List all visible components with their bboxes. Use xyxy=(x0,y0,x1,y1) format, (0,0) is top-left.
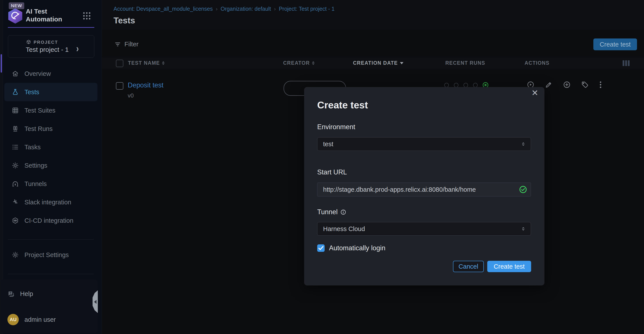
user-menu[interactable]: AU admin user xyxy=(8,314,56,325)
page-header: Account: Devspace_all_module_licenses › … xyxy=(102,0,644,30)
app-title: AI Test Automation xyxy=(26,8,62,23)
sidebar-item-tasks[interactable]: Tasks xyxy=(4,138,97,156)
home-icon xyxy=(12,70,19,77)
environment-label: Environment xyxy=(317,123,355,131)
select-all-checkbox[interactable] xyxy=(116,60,123,67)
help-label: Help xyxy=(20,290,33,297)
app-title-line2: Automation xyxy=(26,15,62,23)
column-header-creator[interactable]: CREATOR xyxy=(283,58,314,69)
filter-icon xyxy=(114,41,121,48)
sidebar-item-label: Settings xyxy=(24,162,47,169)
run-dot-empty[interactable] xyxy=(473,83,478,87)
sidebar-item-label: Slack integration xyxy=(24,199,71,206)
sidebar-item-settings[interactable]: Settings xyxy=(4,156,97,175)
test-version: v0 xyxy=(128,92,134,99)
project-selector[interactable]: PROJECT Test project - 1 › xyxy=(8,35,94,58)
sort-icon xyxy=(312,61,314,65)
help-button[interactable]: ? Help xyxy=(8,290,33,297)
start-url-label: Start URL xyxy=(317,168,347,176)
breadcrumb: Account: Devspace_all_module_licenses › … xyxy=(114,6,334,12)
auto-login-checkbox[interactable] xyxy=(317,244,324,252)
run-dot-empty[interactable] xyxy=(444,83,449,87)
more-menu-icon[interactable] xyxy=(599,81,602,89)
close-icon[interactable]: ✕ xyxy=(531,89,538,97)
edit-icon[interactable] xyxy=(545,81,552,89)
filter-button[interactable]: Filter xyxy=(114,41,138,48)
user-name: admin user xyxy=(24,316,56,323)
sidebar-item-project-settings[interactable]: Project Settings xyxy=(4,246,97,264)
info-icon[interactable] xyxy=(340,209,346,215)
column-label: CREATOR xyxy=(283,60,310,66)
sidebar-divider xyxy=(8,239,94,240)
sidebar-item-test-suites[interactable]: Test Suites xyxy=(4,101,97,120)
sidebar-item-label: Overview xyxy=(24,70,51,77)
help-chat-icon: ? xyxy=(8,290,14,297)
cancel-button[interactable]: Cancel xyxy=(453,261,484,272)
environment-value: test xyxy=(323,140,333,148)
tunnel-label-text: Tunnel xyxy=(317,208,338,216)
breadcrumb-separator: › xyxy=(274,6,276,12)
column-header-creation-date[interactable]: CREATION DATE xyxy=(353,58,404,69)
row-checkbox[interactable] xyxy=(116,82,123,90)
create-test-button-toolbar[interactable]: Create test xyxy=(593,39,637,50)
column-header-test-name[interactable]: TEST NAME xyxy=(128,58,164,69)
create-test-submit-button[interactable]: Create test xyxy=(487,261,531,272)
column-label: CREATION DATE xyxy=(353,60,398,66)
tunnel-select[interactable]: Harness Cloud xyxy=(317,222,531,236)
column-label: ACTIONS xyxy=(524,60,550,66)
rail-scroll-thumb[interactable] xyxy=(1,54,2,73)
column-label: TEST NAME xyxy=(128,60,160,66)
tunnel-value: Harness Cloud xyxy=(323,225,365,233)
list-icon xyxy=(12,144,19,151)
auto-login-label: Automatically login xyxy=(329,244,385,252)
sidebar-item-label: CI-CD integration xyxy=(24,217,73,224)
select-chevrons-icon xyxy=(521,226,526,232)
sidebar-nav: Overview Tests Test Suites Test Runs Tas… xyxy=(4,65,97,230)
sidebar-item-label: Tasks xyxy=(24,144,40,151)
flask-icon xyxy=(12,89,19,96)
tunnel-label: Tunnel xyxy=(317,208,346,216)
breadcrumb-organization[interactable]: Organization: default xyxy=(220,6,271,12)
project-eyebrow: PROJECT xyxy=(34,40,58,45)
run-dot-empty[interactable] xyxy=(464,83,468,87)
sidebar-divider xyxy=(8,274,94,274)
tag-icon[interactable] xyxy=(581,81,589,89)
breadcrumb-project[interactable]: Project: Test project - 1 xyxy=(279,6,334,12)
app-switcher-icon[interactable] xyxy=(83,12,90,20)
collapse-arrow-icon xyxy=(94,300,96,304)
chevron-right-icon: › xyxy=(76,42,79,54)
test-name-link[interactable]: Deposit test xyxy=(128,81,164,89)
logo-glyph xyxy=(10,10,20,21)
sidebar-item-test-runs[interactable]: Test Runs xyxy=(4,120,97,138)
avatar: AU xyxy=(8,314,19,325)
environment-select[interactable]: test xyxy=(317,137,531,151)
app-screen: NEW AI Test Automation PROJECT Test proj… xyxy=(0,0,644,334)
sidebar-item-cicd-integration[interactable]: CI-CD integration xyxy=(4,211,97,230)
sidebar-item-slack-integration[interactable]: Slack integration xyxy=(4,193,97,211)
app-title-line1: AI Test xyxy=(26,8,62,15)
sidebar-item-tunnels[interactable]: Tunnels xyxy=(4,175,97,193)
cicd-icon xyxy=(12,217,19,224)
sidebar-item-overview[interactable]: Overview xyxy=(4,65,97,83)
slack-icon xyxy=(12,199,19,206)
create-test-modal: ✕ Create test Environment test Start URL… xyxy=(304,87,544,285)
select-chevrons-icon xyxy=(521,141,526,147)
start-url-input[interactable] xyxy=(318,186,519,193)
app-logo-icon xyxy=(8,8,22,24)
column-settings-icon[interactable] xyxy=(622,60,630,66)
project-name: Test project - 1 xyxy=(26,46,69,53)
grid-icon xyxy=(12,107,19,114)
column-header-recent-runs: RECENT RUNS xyxy=(445,58,485,69)
sidebar-item-label: Test Runs xyxy=(24,125,52,132)
sort-icon xyxy=(162,61,164,65)
cube-icon xyxy=(26,39,32,45)
sidebar-item-tests[interactable]: Tests xyxy=(4,83,97,101)
column-label: RECENT RUNS xyxy=(445,60,485,66)
breadcrumb-account[interactable]: Account: Devspace_all_module_licenses xyxy=(114,6,213,12)
run-dot-empty[interactable] xyxy=(454,83,458,87)
sidebar-nav-secondary: Project Settings xyxy=(4,246,97,264)
sidebar-item-label: Tests xyxy=(24,89,39,96)
filter-label: Filter xyxy=(124,41,138,48)
add-icon[interactable] xyxy=(563,81,571,89)
table-header: TEST NAME CREATOR CREATION DATE RECENT R… xyxy=(102,58,644,69)
